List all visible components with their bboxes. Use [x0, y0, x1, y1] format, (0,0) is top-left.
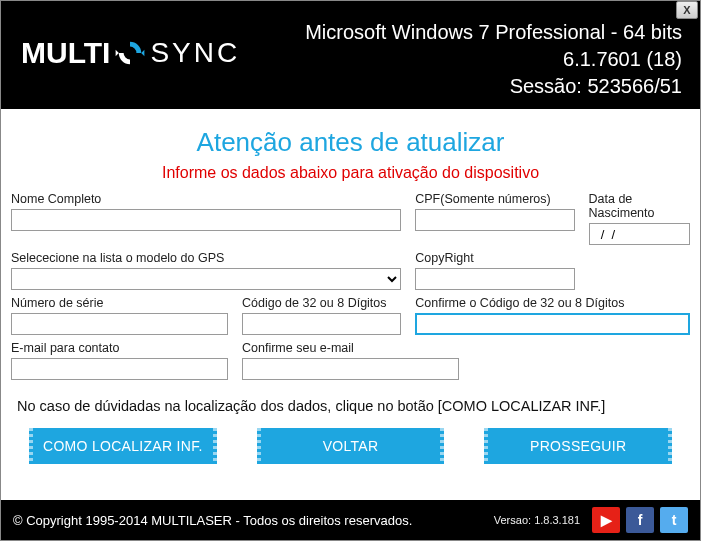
field-confirme-codigo: Confirme o Código de 32 ou 8 Dígitos — [415, 296, 690, 335]
spacer-1 — [589, 251, 691, 290]
input-email[interactable] — [11, 358, 228, 380]
field-nome: Nome Completo — [11, 192, 401, 245]
input-nascimento[interactable] — [589, 223, 691, 245]
session-id: Sessão: 523566/51 — [305, 73, 682, 100]
label-cpf: CPF(Somente números) — [415, 192, 574, 206]
page-subtitle: Informe os dados abaixo para ativação do… — [11, 164, 690, 182]
helper-text: No caso de dúvidadas na localização dos … — [17, 398, 684, 414]
footer: © Copyright 1995-2014 MULTILASER - Todos… — [1, 500, 700, 540]
label-confirme-codigo: Confirme o Código de 32 ou 8 Dígitos — [415, 296, 690, 310]
button-row: COMO LOCALIZAR INF. VOLTAR PROSSEGUIR — [11, 428, 690, 464]
label-gps: Selececione na lista o modelo do GPS — [11, 251, 401, 265]
os-info: Microsoft Windows 7 Professional - 64 bi… — [305, 19, 682, 46]
header: MULTI SYNC Microsoft Windows 7 Professio… — [1, 1, 700, 109]
footer-version: Versao: 1.8.3.181 — [494, 514, 580, 526]
select-gps-model[interactable] — [11, 268, 401, 290]
system-info: Microsoft Windows 7 Professional - 64 bi… — [305, 19, 682, 100]
logo-text-multi: MULTI — [21, 36, 110, 70]
page-title: Atenção antes de atualizar — [11, 127, 690, 158]
svg-marker-0 — [142, 50, 145, 56]
proceed-button[interactable]: PROSSEGUIR — [484, 428, 672, 464]
input-serie[interactable] — [11, 313, 228, 335]
os-version: 6.1.7601 (18) — [305, 46, 682, 73]
social-links: ▶ f t — [592, 507, 688, 533]
field-email: E-mail para contato — [11, 341, 228, 380]
label-nascimento: Data de Nascimento — [589, 192, 691, 220]
footer-copyright: © Copyright 1995-2014 MULTILASER - Todos… — [13, 513, 412, 528]
field-gps-model: Selececione na lista o modelo do GPS — [11, 251, 401, 290]
locate-info-button[interactable]: COMO LOCALIZAR INF. — [29, 428, 217, 464]
field-nascimento: Data de Nascimento — [589, 192, 691, 245]
spacer-2 — [473, 341, 690, 380]
twitter-icon[interactable]: t — [660, 507, 688, 533]
label-email: E-mail para contato — [11, 341, 228, 355]
input-copyright[interactable] — [415, 268, 574, 290]
logo-text-sync: SYNC — [150, 37, 240, 69]
app-logo: MULTI SYNC — [21, 36, 240, 70]
app-window: X MULTI SYNC Microsoft Windows 7 Profess… — [0, 0, 701, 541]
field-cpf: CPF(Somente números) — [415, 192, 574, 245]
label-confirme-email: Confirme seu e-mail — [242, 341, 459, 355]
activation-form: Nome Completo CPF(Somente números) Data … — [11, 192, 690, 380]
content-area: Atenção antes de atualizar Informe os da… — [1, 109, 700, 464]
facebook-icon[interactable]: f — [626, 507, 654, 533]
input-cpf[interactable] — [415, 209, 574, 231]
input-nome[interactable] — [11, 209, 401, 231]
sync-arrows-icon — [114, 37, 146, 69]
label-copyright: CopyRight — [415, 251, 574, 265]
input-codigo[interactable] — [242, 313, 401, 335]
label-codigo: Código de 32 ou 8 Dígitos — [242, 296, 401, 310]
label-serie: Número de série — [11, 296, 228, 310]
back-button[interactable]: VOLTAR — [257, 428, 445, 464]
youtube-icon[interactable]: ▶ — [592, 507, 620, 533]
field-copyright: CopyRight — [415, 251, 574, 290]
label-nome: Nome Completo — [11, 192, 401, 206]
field-serie: Número de série — [11, 296, 228, 335]
svg-marker-1 — [116, 50, 119, 56]
field-confirme-email: Confirme seu e-mail — [242, 341, 459, 380]
close-button[interactable]: X — [676, 1, 698, 19]
input-confirme-codigo[interactable] — [415, 313, 690, 335]
input-confirme-email[interactable] — [242, 358, 459, 380]
field-codigo: Código de 32 ou 8 Dígitos — [242, 296, 401, 335]
